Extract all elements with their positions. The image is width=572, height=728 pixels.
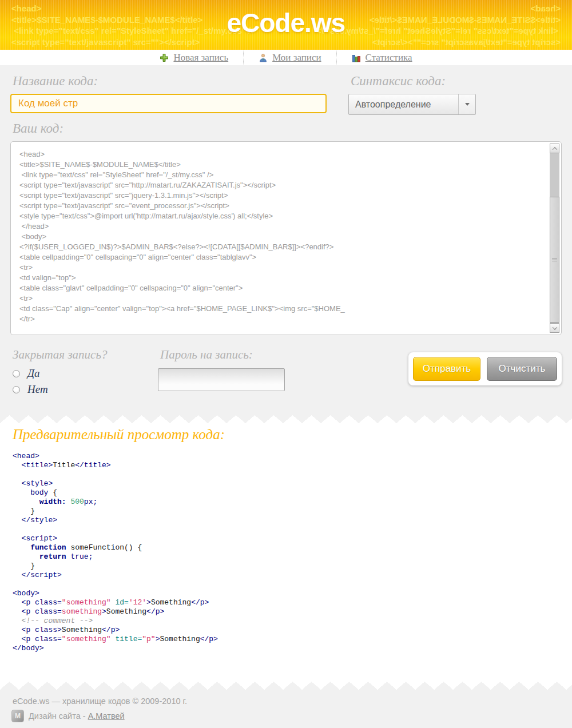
- footer-copyright: eCode.ws — хранилище кодов © 2009-2010 г…: [0, 690, 572, 706]
- editor-scrollbar[interactable]: [550, 144, 559, 333]
- nav-bar: Новая запись Мои записи Статистика: [0, 50, 572, 65]
- nav-label: Новая запись: [173, 52, 228, 63]
- designer-link[interactable]: А.Матвей: [88, 711, 125, 721]
- preview-title: Предварительный просмотр кода:: [13, 426, 572, 443]
- nav-item-statistics[interactable]: Статистика: [336, 50, 427, 65]
- designer-text: Дизайн сайта - А.Матвей: [29, 711, 125, 721]
- chevron-down-icon: [465, 103, 470, 106]
- password-input[interactable]: [158, 368, 285, 391]
- radio-option-no[interactable]: Нет: [13, 383, 158, 396]
- chevron-up-icon: [552, 147, 557, 152]
- scroll-up-button[interactable]: [550, 144, 559, 153]
- zigzag-divider-top: [0, 407, 572, 423]
- radio-button[interactable]: [13, 370, 20, 377]
- nav-item-my-entries[interactable]: Мои записи: [243, 50, 336, 65]
- radio-option-yes[interactable]: Да: [13, 367, 158, 380]
- designer-logo-icon: M: [11, 710, 24, 722]
- syntax-select[interactable]: Автоопределение: [348, 94, 476, 115]
- user-icon: [259, 53, 268, 62]
- preview-code: <head> <title>Title</title> <style> body…: [13, 452, 572, 653]
- nav-label: Мои записи: [272, 52, 321, 63]
- preview-section: Предварительный просмотр кода: <head> <t…: [0, 407, 572, 674]
- title-input[interactable]: [10, 94, 327, 113]
- radio-label: Нет: [27, 383, 48, 396]
- site-logo: eCode.ws: [0, 5, 572, 41]
- chevron-down-icon: [552, 325, 557, 329]
- footer: eCode.ws — хранилище кодов © 2009-2010 г…: [0, 674, 572, 728]
- nav-label: Статистика: [366, 52, 412, 63]
- form-section: Название кода: Синтаксис кода: Автоопред…: [0, 65, 572, 407]
- code-label: Ваш код:: [13, 121, 562, 137]
- select-dropdown-button[interactable]: [458, 94, 475, 114]
- private-label: Закрытая запись?: [13, 347, 158, 363]
- clear-button[interactable]: Отчистить: [487, 357, 557, 381]
- header: <head> <title>$SITE_NAME$-$MODULE_NAME$<…: [0, 0, 572, 50]
- scroll-down-button[interactable]: [550, 323, 559, 333]
- select-value: Автоопределение: [349, 100, 458, 110]
- code-editor[interactable]: <head> <title>$SITE_NAME$-$MODULE_NAME$<…: [10, 141, 562, 335]
- button-panel: Отправить Отчистить: [408, 352, 562, 385]
- syntax-label: Синтаксис кода:: [351, 73, 476, 89]
- nav-item-new-entry[interactable]: Новая запись: [145, 50, 243, 65]
- password-label: Пароль на запись:: [160, 347, 295, 363]
- submit-button[interactable]: Отправить: [413, 357, 480, 381]
- scrollbar-thumb[interactable]: [550, 197, 559, 323]
- title-label: Название кода:: [13, 73, 327, 89]
- code-editor-text[interactable]: <head> <title>$SITE_NAME$-$MODULE_NAME$<…: [19, 149, 544, 327]
- bar-chart-icon: [352, 53, 361, 62]
- radio-button[interactable]: [13, 386, 20, 393]
- plus-icon: [160, 53, 169, 62]
- zigzag-divider-bottom: [0, 674, 572, 690]
- thumb-grip-icon: [552, 258, 557, 261]
- radio-label: Да: [27, 367, 40, 380]
